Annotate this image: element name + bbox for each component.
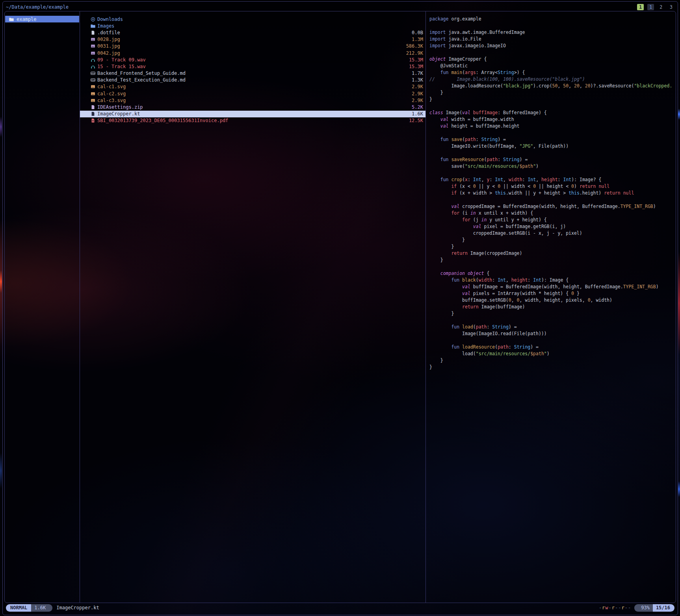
file-size: 1.7K xyxy=(412,71,423,76)
tab-1[interactable]: 1 xyxy=(647,4,654,10)
file-row[interactable]: IDEAsettings.zip5.2K xyxy=(80,104,425,110)
file-size: 2.9K xyxy=(412,91,423,96)
file-name: cal-c2.svg xyxy=(97,91,126,96)
markdown-icon xyxy=(91,71,95,76)
file-row[interactable]: 0042.jpg212.9K xyxy=(80,50,425,56)
file-name: 0031.jpg xyxy=(97,43,120,49)
file-row[interactable]: Images xyxy=(80,22,425,29)
code-line: import java.awt.image.BufferedImage xyxy=(426,29,675,36)
file-name: Images xyxy=(97,23,114,29)
code-line: package org.example xyxy=(426,16,675,22)
wallpaper-accent xyxy=(678,252,680,354)
code-line: fun crop(x: Int, y: Int, width: Int, hei… xyxy=(426,176,675,183)
tab-2[interactable]: 2 xyxy=(658,4,664,10)
file-size: 0.0B xyxy=(412,30,423,35)
image-icon xyxy=(91,37,95,42)
image-icon xyxy=(91,91,95,96)
desktop: ~/Data/example/example 1 123 example Dow… xyxy=(0,0,680,616)
file-row[interactable]: SBI_0032013739_2023_DE05_0003155631Invoi… xyxy=(80,117,425,124)
audio-icon xyxy=(91,64,95,69)
topbar: ~/Data/example/example 1 123 xyxy=(6,3,674,11)
file-row[interactable]: 0028.jpg1.3M xyxy=(80,36,425,43)
file-size: 2.9K xyxy=(412,98,423,103)
code-line: class Image(val buffImage: BufferedImage… xyxy=(426,109,675,116)
file-row[interactable]: cal-c3.svg2.9K xyxy=(80,97,425,104)
powerline-cap xyxy=(49,604,52,612)
code-line: for (j in y until y + height) { xyxy=(426,217,675,223)
task-count-badge[interactable]: 1 xyxy=(637,4,644,10)
mode-indicator: NORMAL xyxy=(6,604,31,612)
parent-dir-item[interactable]: example xyxy=(5,16,79,22)
code-line: } xyxy=(426,310,675,317)
file-row[interactable]: cal-c2.svg2.9K xyxy=(80,90,425,97)
code-line: } xyxy=(426,237,675,243)
file-name: ImageCropper.kt xyxy=(97,111,140,117)
file-row[interactable]: Downloads xyxy=(80,16,425,22)
download-icon xyxy=(91,17,95,22)
code-line: } xyxy=(426,357,675,364)
code-line: val croppedImage = BufferedImage(width, … xyxy=(426,203,675,210)
file-row[interactable]: ImageCropper.kt1.6K xyxy=(80,111,425,117)
file-row[interactable]: cal-c1.svg2.9K xyxy=(80,83,425,90)
code-line: for (i in x until x + width) { xyxy=(426,210,675,217)
audio-icon xyxy=(91,58,95,62)
code-line: if (x + width > this.width || y + height… xyxy=(426,190,675,197)
folder-icon xyxy=(9,17,14,22)
file-row[interactable]: 15 - Track 15.wav15.3M xyxy=(80,63,425,70)
code-line: val height = buffImage.height xyxy=(426,123,675,130)
markdown-icon xyxy=(91,78,95,82)
code-line: } xyxy=(426,257,675,263)
code-line xyxy=(426,197,675,203)
code-line: object ImageCropper { xyxy=(426,56,675,63)
parent-dir-label: example xyxy=(17,17,37,22)
code-line: val pixels = IntArray(width * height) { … xyxy=(426,290,675,297)
file-row[interactable]: 09 - Track 09.wav15.3M xyxy=(80,56,425,63)
file-size: 1.6K xyxy=(412,111,423,117)
code-line: save("src/main/resources/$path") xyxy=(426,163,675,170)
wallpaper-accent xyxy=(0,270,2,293)
zip-icon xyxy=(91,105,95,109)
file-row[interactable]: Backend_Frontend_Setup_Guide.md1.7K xyxy=(80,70,425,77)
code-line: fun main(args: Array<String>) { xyxy=(426,69,675,76)
image-icon xyxy=(91,84,95,89)
file-name: 15 - Track 15.wav xyxy=(97,64,146,69)
file-name: Backend_Frontend_Setup_Guide.md xyxy=(97,71,186,76)
breadcrumb-path: ~/Data/example/example xyxy=(6,4,69,10)
file-icon xyxy=(91,111,95,116)
file-icon xyxy=(91,30,95,35)
file-size: 1.3K xyxy=(412,77,423,83)
file-size: 2.9K xyxy=(412,84,423,89)
code-line xyxy=(426,22,675,29)
code-line xyxy=(426,103,675,109)
code-line xyxy=(426,337,675,344)
code-line: ImageIO.write(buffImage, "JPG", File(pat… xyxy=(426,143,675,150)
pdf-icon xyxy=(91,118,95,123)
file-name: IDEAsettings.zip xyxy=(97,104,143,110)
code-line: val pixel = buffImage.getRGB(i, j) xyxy=(426,223,675,230)
code-line: Image.loadResource("black.jpg").crop(50,… xyxy=(426,83,675,89)
code-line xyxy=(426,170,675,176)
tab-3[interactable]: 3 xyxy=(668,4,674,10)
file-row[interactable]: .dotfile0.0B xyxy=(80,29,425,36)
file-name: cal-c3.svg xyxy=(97,98,126,103)
wallpaper-accent xyxy=(0,453,2,488)
code-line: import javax.imageio.ImageIO xyxy=(426,43,675,49)
code-line: fun save(path: String) = xyxy=(426,136,675,143)
code-preview-pane: package org.example import java.awt.imag… xyxy=(426,16,675,602)
file-row[interactable]: Backend_Test_Execution_Guide.md1.3K xyxy=(80,77,425,83)
wallpaper-accent xyxy=(0,117,2,137)
status-bar: NORMAL 1.6K ImageCropper.kt -rw-r--r-- 9… xyxy=(6,604,674,612)
file-name: 0042.jpg xyxy=(97,50,120,56)
permissions-indicator: -rw-r--r-- xyxy=(599,605,631,610)
wallpaper-accent xyxy=(678,481,680,497)
file-row[interactable]: 0031.jpg586.3K xyxy=(80,43,425,50)
status-filename: ImageCropper.kt xyxy=(56,605,99,610)
code-line: companion object { xyxy=(426,270,675,277)
file-name: Backend_Test_Execution_Guide.md xyxy=(97,77,186,83)
file-name: 09 - Track 09.wav xyxy=(97,57,146,63)
file-list-pane: DownloadsImages.dotfile0.0B0028.jpg1.3M0… xyxy=(80,16,425,124)
file-name: SBI_0032013739_2023_DE05_0003155631Invoi… xyxy=(97,118,228,123)
code-line: return Image(buffImage) xyxy=(426,304,675,310)
pane-container: example DownloadsImages.dotfile0.0B0028.… xyxy=(4,11,676,603)
scroll-percent: 93% xyxy=(638,604,653,612)
